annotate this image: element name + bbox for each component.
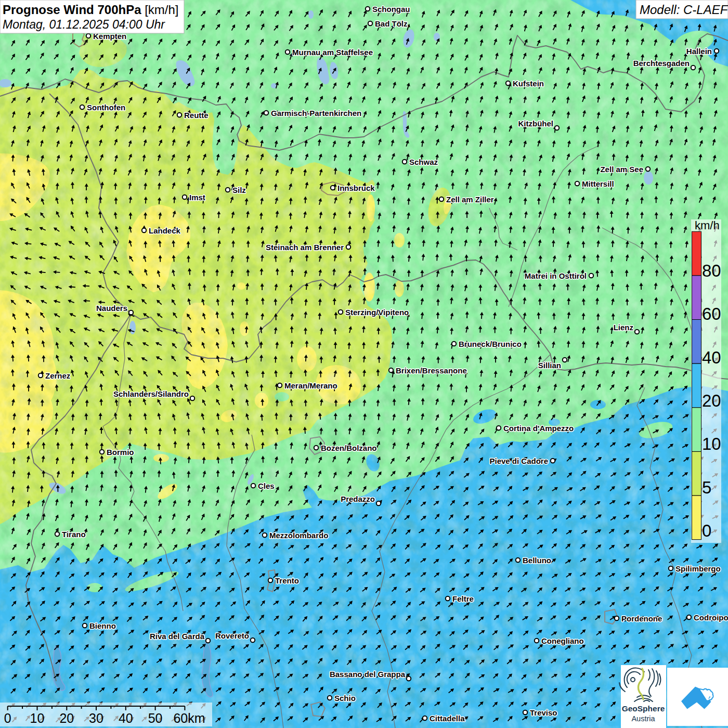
svg-text:Murnau am Staffelsee: Murnau am Staffelsee (292, 48, 373, 57)
svg-text:60km: 60km (173, 711, 205, 725)
svg-text:Steinach am Brenner: Steinach am Brenner (266, 243, 344, 252)
svg-text:50: 50 (148, 711, 163, 725)
svg-text:Codroipo: Codroipo (694, 613, 728, 622)
svg-text:Berchtesgaden: Berchtesgaden (633, 59, 690, 68)
svg-text:Riva del Garda: Riva del Garda (150, 632, 205, 641)
svg-text:Zell am See: Zell am See (600, 165, 643, 174)
svg-text:Mezzolombardo: Mezzolombardo (269, 531, 328, 540)
svg-text:GeoSphere: GeoSphere (622, 704, 665, 713)
svg-text:Trento: Trento (275, 576, 299, 585)
svg-text:km/h: km/h (695, 219, 720, 232)
svg-text:80: 80 (702, 261, 721, 280)
svg-text:Kitzbühel: Kitzbühel (518, 119, 554, 128)
svg-text:Matrei in Osttirol: Matrei in Osttirol (525, 271, 587, 280)
svg-text:10: 10 (702, 434, 721, 453)
svg-text:0: 0 (4, 711, 11, 725)
svg-text:Schongau: Schongau (372, 5, 410, 14)
svg-text:Bozen/Bolzano: Bozen/Bolzano (321, 444, 377, 452)
svg-text:Schwaz: Schwaz (409, 158, 438, 166)
svg-text:5: 5 (702, 478, 711, 497)
svg-text:Pordenone: Pordenone (621, 614, 662, 623)
svg-text:Sterzing/Vipiteno: Sterzing/Vipiteno (345, 308, 409, 317)
svg-text:Hallein: Hallein (686, 47, 712, 56)
svg-text:Bormio: Bormio (107, 448, 134, 457)
svg-text:Brixen/Bressanone: Brixen/Bressanone (396, 366, 467, 375)
svg-text:Kufstein: Kufstein (513, 79, 544, 88)
svg-text:Bruneck/Brunico: Bruneck/Brunico (459, 340, 522, 348)
svg-text:Zell am Ziller: Zell am Ziller (446, 195, 494, 204)
svg-text:20: 20 (702, 391, 721, 410)
svg-text:Austria: Austria (631, 714, 655, 723)
svg-text:Treviso: Treviso (530, 708, 557, 717)
svg-text:Garmisch-Partenkirchen: Garmisch-Partenkirchen (271, 109, 361, 118)
svg-text:Bad Tölz: Bad Tölz (375, 19, 408, 28)
svg-text:Reutte: Reutte (184, 111, 209, 120)
svg-text:10: 10 (30, 711, 45, 725)
svg-text:0: 0 (702, 521, 711, 540)
svg-text:Schio: Schio (334, 694, 356, 703)
svg-text:Bassano del Grappa: Bassano del Grappa (330, 670, 406, 679)
svg-text:40: 40 (702, 348, 721, 367)
svg-text:Nauders: Nauders (96, 304, 127, 313)
svg-text:Modell: C-LAEF: Modell: C-LAEF (640, 3, 728, 17)
svg-text:Feltre: Feltre (452, 594, 474, 603)
svg-text:Sonthofen: Sonthofen (87, 103, 125, 112)
svg-text:Cortina d'Ampezzo: Cortina d'Ampezzo (503, 424, 574, 433)
svg-text:Pieve di Cadore: Pieve di Cadore (489, 457, 548, 465)
svg-text:Meran/Merano: Meran/Merano (284, 381, 337, 390)
svg-text:Innsbruck: Innsbruck (337, 184, 375, 192)
svg-text:Sillian: Sillian (538, 361, 561, 370)
svg-text:40: 40 (119, 711, 133, 725)
svg-text:Mittersill: Mittersill (582, 179, 614, 188)
svg-text:Cittadella: Cittadella (430, 714, 465, 723)
svg-text:Zernez: Zernez (45, 371, 70, 380)
svg-text:Belluno: Belluno (523, 556, 551, 565)
svg-text:Tirano: Tirano (62, 530, 86, 539)
svg-text:Silz: Silz (232, 186, 246, 194)
svg-text:Conegliano: Conegliano (541, 636, 584, 645)
svg-text:Bienno: Bienno (89, 621, 116, 630)
svg-text:30: 30 (89, 711, 103, 725)
svg-text:Montag, 01.12.2025 04:00 Uhr: Montag, 01.12.2025 04:00 Uhr (3, 18, 165, 31)
svg-text:Imst: Imst (189, 193, 205, 202)
svg-text:Spilimbergo: Spilimbergo (675, 564, 721, 573)
svg-text:Lienz: Lienz (614, 323, 633, 332)
svg-text:Cles: Cles (258, 482, 275, 490)
svg-text:Rovereto: Rovereto (215, 631, 249, 640)
svg-text:Schlanders/Silandro: Schlanders/Silandro (113, 389, 189, 398)
svg-text:Predazzo: Predazzo (341, 495, 375, 503)
svg-text:Prognose Wind 700hPa [km/h]: Prognose Wind 700hPa [km/h] (3, 3, 179, 17)
svg-text:60: 60 (702, 304, 721, 323)
svg-text:Landeck: Landeck (149, 226, 181, 235)
svg-text:20: 20 (59, 711, 74, 725)
